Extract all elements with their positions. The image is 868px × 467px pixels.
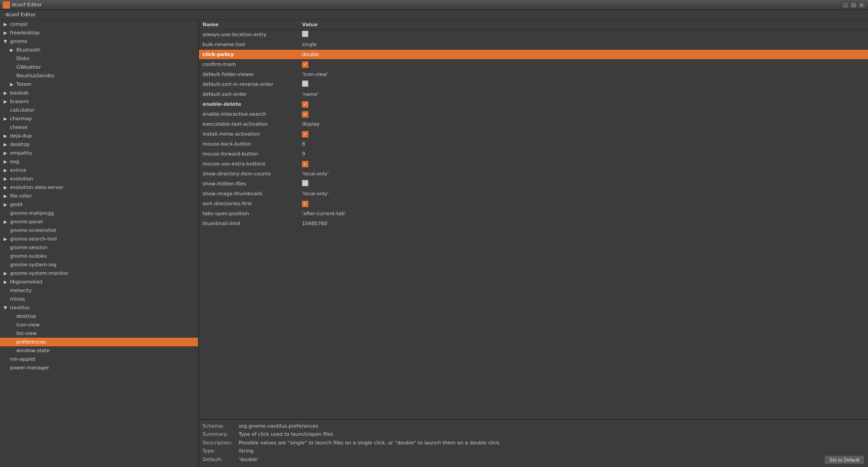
- table-row[interactable]: default-sort-in-reverse-order: [199, 80, 868, 90]
- table-row[interactable]: bulk-rename-toolsingle: [199, 40, 868, 50]
- table-row[interactable]: mouse-back-button8: [199, 139, 868, 149]
- row-value: 'local-only': [302, 171, 864, 177]
- sidebar-item-deja-dup[interactable]: ▶deja-dup: [0, 132, 198, 140]
- sidebar-item-bluetooth[interactable]: ▶Bluetooth: [0, 46, 198, 54]
- schema-label: Schema:: [203, 423, 239, 429]
- row-value: [302, 161, 864, 167]
- minimize-button[interactable]: _: [842, 2, 849, 8]
- sidebar-item-evince[interactable]: ▶evince: [0, 166, 198, 175]
- sidebar-item-baobab[interactable]: ▶baobab: [0, 89, 198, 97]
- sidebar-item-nautilus-list-view[interactable]: list-view: [0, 329, 198, 338]
- sidebar-item-libgnomekbd[interactable]: ▶libgnomekbd: [0, 278, 198, 286]
- row-name: sort-directories-first: [203, 201, 302, 207]
- sidebar-item-nautilus-window-state[interactable]: window-state: [0, 346, 198, 355]
- sidebar-item-calculator[interactable]: calculator: [0, 106, 198, 114]
- sidebar-item-gnome-sudoku[interactable]: gnome-sudoku: [0, 252, 198, 260]
- sidebar-item-brasero[interactable]: ▶brasero: [0, 97, 198, 106]
- table-row[interactable]: mouse-forward-button9: [199, 149, 868, 159]
- table-row[interactable]: always-use-location-entry: [199, 30, 868, 40]
- sidebar-item-disks[interactable]: Disks: [0, 54, 198, 63]
- sidebar-item-gnome-mahjongg[interactable]: gnome-mahjongg: [0, 209, 198, 217]
- table-row[interactable]: enable-interactive-search: [199, 109, 868, 119]
- table-row[interactable]: show-directory-item-counts'local-only': [199, 169, 868, 179]
- sidebar-item-totem[interactable]: ▶Totem: [0, 80, 198, 89]
- sidebar-item-gedit[interactable]: ▶gedit: [0, 200, 198, 209]
- sidebar-label: cheese: [10, 124, 28, 130]
- sidebar-item-nautilussendto[interactable]: NautilusSendto: [0, 71, 198, 80]
- row-name: show-hidden-files: [203, 181, 302, 187]
- sidebar-item-nautilus-icon-view[interactable]: icon-view: [0, 321, 198, 329]
- sidebar-item-power-manager[interactable]: power-manager: [0, 363, 198, 372]
- table-row[interactable]: sort-directories-first: [199, 199, 868, 209]
- sidebar-item-nautilus[interactable]: ▼nautilus: [0, 303, 198, 312]
- sidebar-item-cheese[interactable]: cheese: [0, 123, 198, 132]
- sidebar-item-empathy[interactable]: ▶empathy: [0, 149, 198, 157]
- sidebar-item-gnome-session[interactable]: gnome-session: [0, 243, 198, 252]
- sidebar-item-eog[interactable]: ▶eog: [0, 157, 198, 166]
- table-row[interactable]: show-hidden-files: [199, 179, 868, 189]
- sidebar-item-evolution-data-server[interactable]: ▶evolution-data-server: [0, 183, 198, 192]
- sidebar-item-gnome-panel[interactable]: ▶gnome-panel: [0, 217, 198, 226]
- sidebar-label: icon-view: [16, 322, 40, 328]
- type-value: String: [239, 448, 259, 454]
- row-value: 'icon-view': [302, 71, 864, 77]
- sidebar-item-freedesktop[interactable]: ▶freedesktop: [0, 28, 198, 37]
- arrow-icon: ▶: [4, 219, 9, 224]
- table-row[interactable]: mouse-use-extra-buttons: [199, 159, 868, 169]
- row-value: [302, 101, 864, 108]
- close-button[interactable]: ×: [858, 2, 865, 8]
- info-schema-row: Schema: org.gnome.nautilus.preferences: [203, 423, 864, 429]
- sidebar-item-nautilus-desktop[interactable]: desktop: [0, 312, 198, 321]
- table-row[interactable]: tabs-open-position'after-current-tab': [199, 209, 868, 219]
- arrow-icon: ▶: [4, 22, 9, 27]
- row-value: 9: [302, 151, 864, 157]
- sidebar-item-gnome-system-monitor[interactable]: ▶gnome-system-monitor: [0, 269, 198, 278]
- table-row[interactable]: confirm-trash: [199, 60, 868, 70]
- row-name: tabs-open-position: [203, 211, 302, 217]
- sidebar-label: gnome-search-tool: [10, 236, 57, 242]
- sidebar-item-mines[interactable]: mines: [0, 295, 198, 303]
- sidebar-item-evolution[interactable]: ▶evolution: [0, 175, 198, 183]
- arrow-icon: ▶: [4, 279, 9, 284]
- arrow-icon: ▶: [4, 133, 9, 138]
- sidebar-item-gnome-system-log[interactable]: gnome-system-log: [0, 260, 198, 269]
- sidebar-item-desktop[interactable]: ▶desktop: [0, 140, 198, 149]
- table-row[interactable]: show-image-thumbnails'local-only': [199, 189, 868, 199]
- sidebar-label: preferences: [16, 339, 46, 345]
- sidebar-label: evolution: [10, 176, 33, 182]
- set-to-default-button[interactable]: Set to Default: [824, 455, 864, 464]
- sidebar-item-compiz[interactable]: ▶compiz: [0, 20, 198, 28]
- row-name: default-sort-in-reverse-order: [203, 81, 302, 87]
- sidebar-label: file-roller: [10, 193, 32, 199]
- row-value: 'after-current-tab': [302, 211, 864, 217]
- sidebar-item-nautilus-preferences[interactable]: preferences: [0, 338, 198, 346]
- table-row[interactable]: default-folder-viewer'icon-view': [199, 70, 868, 80]
- row-name: show-image-thumbnails: [203, 191, 302, 197]
- arrow-icon: ▶: [4, 30, 9, 35]
- sidebar-item-gnome[interactable]: ▼gnome: [0, 37, 198, 46]
- checked-icon: [302, 111, 308, 118]
- table-row[interactable]: default-sort-order'name': [199, 90, 868, 99]
- description-label: Description:: [203, 439, 239, 446]
- row-name: bulk-rename-tool: [203, 42, 302, 47]
- sidebar-item-gnome-search-tool[interactable]: ▶gnome-search-tool: [0, 235, 198, 243]
- sidebar-label: compiz: [10, 21, 28, 27]
- sidebar-item-nm-applet[interactable]: nm-applet: [0, 355, 198, 363]
- sidebar-label: freedesktop: [10, 30, 40, 36]
- table-row[interactable]: install-mime-activation: [199, 129, 868, 139]
- arrow-icon: ▶: [4, 99, 9, 104]
- sidebar-item-gnome-screenshot[interactable]: gnome-screenshot: [0, 226, 198, 235]
- table-row[interactable]: executable-text-activationdisplay: [199, 119, 868, 129]
- row-value: [302, 111, 864, 118]
- sidebar-item-charmap[interactable]: ▶charmap: [0, 114, 198, 123]
- unchecked-icon: [302, 80, 308, 87]
- table-row[interactable]: click-policydouble: [199, 50, 868, 60]
- maximize-button[interactable]: □: [850, 2, 857, 8]
- row-name: mouse-use-extra-buttons: [203, 161, 302, 167]
- table-row[interactable]: enable-delete: [199, 99, 868, 109]
- sidebar-item-metacity[interactable]: metacity: [0, 286, 198, 295]
- sidebar-item-file-roller[interactable]: ▶file-roller: [0, 192, 198, 200]
- table-row[interactable]: thumbnail-limit10485760: [199, 219, 868, 229]
- sidebar-item-gweather[interactable]: GWeather: [0, 63, 198, 71]
- menu-item-dconf-editor[interactable]: dconf Editor: [2, 11, 39, 19]
